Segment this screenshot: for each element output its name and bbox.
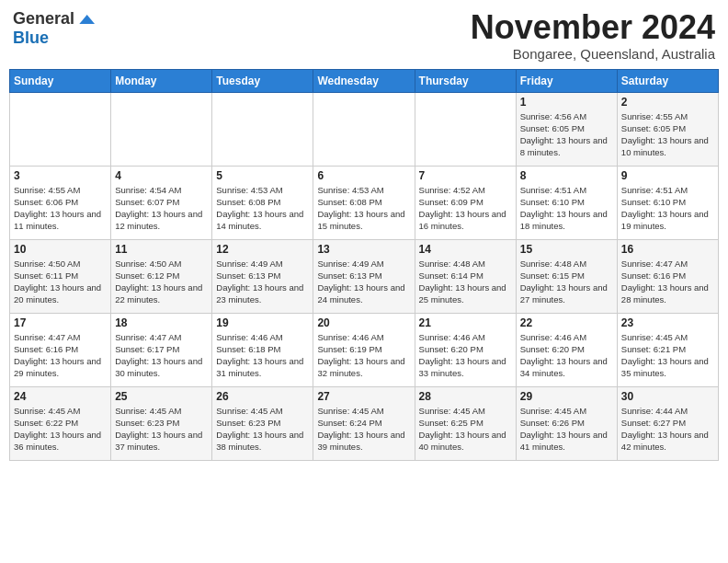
- day-number: 8: [520, 169, 613, 182]
- day-cell-21: 21Sunrise: 4:46 AM Sunset: 6:20 PM Dayli…: [415, 313, 516, 386]
- day-number: 7: [419, 169, 512, 182]
- day-cell-27: 27Sunrise: 4:45 AM Sunset: 6:24 PM Dayli…: [313, 386, 415, 460]
- day-number: 28: [419, 390, 512, 403]
- day-info: Sunrise: 4:53 AM Sunset: 6:08 PM Dayligh…: [317, 184, 410, 233]
- week-row-4: 17Sunrise: 4:47 AM Sunset: 6:16 PM Dayli…: [10, 313, 719, 386]
- day-info: Sunrise: 4:45 AM Sunset: 6:25 PM Dayligh…: [419, 405, 512, 454]
- day-cell-2: 2Sunrise: 4:55 AM Sunset: 6:05 PM Daylig…: [617, 92, 718, 166]
- day-number: 17: [14, 316, 107, 329]
- day-number: 12: [216, 243, 309, 256]
- logo-blue-text: Blue: [13, 29, 49, 48]
- day-cell-1: 1Sunrise: 4:56 AM Sunset: 6:05 PM Daylig…: [516, 92, 617, 166]
- day-cell-12: 12Sunrise: 4:49 AM Sunset: 6:13 PM Dayli…: [212, 239, 313, 313]
- weekday-header-friday: Friday: [516, 69, 617, 92]
- day-cell-29: 29Sunrise: 4:45 AM Sunset: 6:26 PM Dayli…: [516, 386, 617, 460]
- day-info: Sunrise: 4:55 AM Sunset: 6:05 PM Dayligh…: [621, 110, 714, 159]
- title-section: November 2024 Bongaree, Queensland, Aust…: [471, 9, 715, 62]
- day-cell-17: 17Sunrise: 4:47 AM Sunset: 6:16 PM Dayli…: [10, 313, 111, 386]
- day-cell-6: 6Sunrise: 4:53 AM Sunset: 6:08 PM Daylig…: [313, 166, 415, 239]
- day-number: 18: [115, 316, 208, 329]
- day-number: 25: [115, 390, 208, 403]
- day-cell-16: 16Sunrise: 4:47 AM Sunset: 6:16 PM Dayli…: [617, 239, 718, 313]
- day-cell-5: 5Sunrise: 4:53 AM Sunset: 6:08 PM Daylig…: [212, 166, 313, 239]
- day-cell-empty: [212, 92, 313, 166]
- day-cell-26: 26Sunrise: 4:45 AM Sunset: 6:23 PM Dayli…: [212, 386, 313, 460]
- weekday-header-row: SundayMondayTuesdayWednesdayThursdayFrid…: [10, 69, 719, 92]
- day-info: Sunrise: 4:45 AM Sunset: 6:23 PM Dayligh…: [216, 405, 309, 454]
- day-cell-3: 3Sunrise: 4:55 AM Sunset: 6:06 PM Daylig…: [10, 166, 111, 239]
- day-info: Sunrise: 4:45 AM Sunset: 6:21 PM Dayligh…: [621, 331, 714, 380]
- day-cell-18: 18Sunrise: 4:47 AM Sunset: 6:17 PM Dayli…: [111, 313, 212, 386]
- day-cell-19: 19Sunrise: 4:46 AM Sunset: 6:18 PM Dayli…: [212, 313, 313, 386]
- day-cell-empty: [10, 92, 111, 166]
- weekday-header-wednesday: Wednesday: [313, 69, 415, 92]
- day-cell-4: 4Sunrise: 4:54 AM Sunset: 6:07 PM Daylig…: [111, 166, 212, 239]
- day-info: Sunrise: 4:54 AM Sunset: 6:07 PM Dayligh…: [115, 184, 208, 233]
- day-info: Sunrise: 4:45 AM Sunset: 6:22 PM Dayligh…: [14, 405, 107, 454]
- day-info: Sunrise: 4:46 AM Sunset: 6:19 PM Dayligh…: [317, 331, 410, 380]
- day-cell-24: 24Sunrise: 4:45 AM Sunset: 6:22 PM Dayli…: [10, 386, 111, 460]
- day-info: Sunrise: 4:48 AM Sunset: 6:15 PM Dayligh…: [520, 258, 613, 306]
- day-number: 15: [520, 243, 613, 256]
- day-info: Sunrise: 4:45 AM Sunset: 6:24 PM Dayligh…: [317, 405, 410, 454]
- day-cell-22: 22Sunrise: 4:46 AM Sunset: 6:20 PM Dayli…: [516, 313, 617, 386]
- day-number: 30: [621, 390, 714, 403]
- day-number: 26: [216, 390, 309, 403]
- day-cell-14: 14Sunrise: 4:48 AM Sunset: 6:14 PM Dayli…: [415, 239, 516, 313]
- day-info: Sunrise: 4:46 AM Sunset: 6:20 PM Dayligh…: [419, 331, 512, 380]
- day-number: 27: [317, 390, 410, 403]
- logo-icon: [76, 10, 95, 29]
- day-cell-11: 11Sunrise: 4:50 AM Sunset: 6:12 PM Dayli…: [111, 239, 212, 313]
- day-info: Sunrise: 4:50 AM Sunset: 6:11 PM Dayligh…: [14, 258, 107, 306]
- day-info: Sunrise: 4:45 AM Sunset: 6:26 PM Dayligh…: [520, 405, 613, 454]
- weekday-header-sunday: Sunday: [10, 69, 111, 92]
- day-number: 13: [317, 243, 410, 256]
- day-number: 14: [419, 243, 512, 256]
- day-number: 5: [216, 169, 309, 182]
- day-cell-23: 23Sunrise: 4:45 AM Sunset: 6:21 PM Dayli…: [617, 313, 718, 386]
- weekday-header-monday: Monday: [111, 69, 212, 92]
- day-cell-13: 13Sunrise: 4:49 AM Sunset: 6:13 PM Dayli…: [313, 239, 415, 313]
- day-number: 11: [115, 243, 208, 256]
- day-info: Sunrise: 4:49 AM Sunset: 6:13 PM Dayligh…: [317, 258, 410, 306]
- day-number: 19: [216, 316, 309, 329]
- day-info: Sunrise: 4:47 AM Sunset: 6:16 PM Dayligh…: [14, 331, 107, 380]
- day-number: 9: [621, 169, 714, 182]
- day-number: 1: [520, 96, 613, 109]
- day-number: 10: [14, 243, 107, 256]
- day-cell-empty: [313, 92, 415, 166]
- day-info: Sunrise: 4:47 AM Sunset: 6:17 PM Dayligh…: [115, 331, 208, 380]
- day-cell-empty: [111, 92, 212, 166]
- day-number: 2: [621, 96, 714, 109]
- day-cell-10: 10Sunrise: 4:50 AM Sunset: 6:11 PM Dayli…: [10, 239, 111, 313]
- day-info: Sunrise: 4:45 AM Sunset: 6:23 PM Dayligh…: [115, 405, 208, 454]
- day-info: Sunrise: 4:56 AM Sunset: 6:05 PM Dayligh…: [520, 110, 613, 159]
- day-info: Sunrise: 4:48 AM Sunset: 6:14 PM Dayligh…: [419, 258, 512, 306]
- day-cell-28: 28Sunrise: 4:45 AM Sunset: 6:25 PM Dayli…: [415, 386, 516, 460]
- weekday-header-saturday: Saturday: [617, 69, 718, 92]
- day-number: 21: [419, 316, 512, 329]
- day-info: Sunrise: 4:44 AM Sunset: 6:27 PM Dayligh…: [621, 405, 714, 454]
- day-info: Sunrise: 4:46 AM Sunset: 6:18 PM Dayligh…: [216, 331, 309, 380]
- week-row-1: 1Sunrise: 4:56 AM Sunset: 6:05 PM Daylig…: [10, 92, 719, 166]
- day-cell-30: 30Sunrise: 4:44 AM Sunset: 6:27 PM Dayli…: [617, 386, 718, 460]
- day-cell-25: 25Sunrise: 4:45 AM Sunset: 6:23 PM Dayli…: [111, 386, 212, 460]
- day-number: 22: [520, 316, 613, 329]
- calendar: SundayMondayTuesdayWednesdayThursdayFrid…: [9, 69, 719, 461]
- week-row-3: 10Sunrise: 4:50 AM Sunset: 6:11 PM Dayli…: [10, 239, 719, 313]
- day-info: Sunrise: 4:52 AM Sunset: 6:09 PM Dayligh…: [419, 184, 512, 233]
- day-cell-20: 20Sunrise: 4:46 AM Sunset: 6:19 PM Dayli…: [313, 313, 415, 386]
- day-number: 16: [621, 243, 714, 256]
- location: Bongaree, Queensland, Australia: [471, 46, 715, 62]
- day-number: 4: [115, 169, 208, 182]
- day-info: Sunrise: 4:55 AM Sunset: 6:06 PM Dayligh…: [14, 184, 107, 233]
- day-number: 6: [317, 169, 410, 182]
- day-cell-15: 15Sunrise: 4:48 AM Sunset: 6:15 PM Dayli…: [516, 239, 617, 313]
- week-row-5: 24Sunrise: 4:45 AM Sunset: 6:22 PM Dayli…: [10, 386, 719, 460]
- day-cell-8: 8Sunrise: 4:51 AM Sunset: 6:10 PM Daylig…: [516, 166, 617, 239]
- day-info: Sunrise: 4:51 AM Sunset: 6:10 PM Dayligh…: [621, 184, 714, 233]
- day-info: Sunrise: 4:53 AM Sunset: 6:08 PM Dayligh…: [216, 184, 309, 233]
- logo: General Blue: [13, 9, 95, 48]
- weekday-header-tuesday: Tuesday: [212, 69, 313, 92]
- month-title: November 2024: [471, 9, 715, 46]
